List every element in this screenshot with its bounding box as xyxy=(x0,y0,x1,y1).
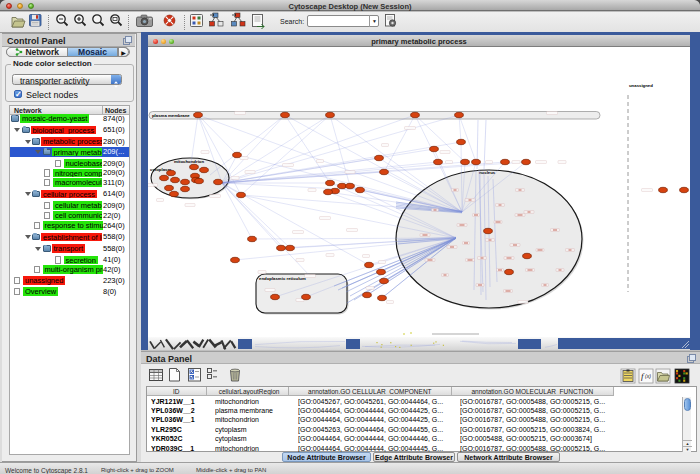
svg-text:nucleus: nucleus xyxy=(479,170,496,175)
svg-text:mitochondrion: mitochondrion xyxy=(174,159,204,164)
svg-text:plasma membrane: plasma membrane xyxy=(152,113,190,118)
svg-text:endoplasmic reticulum: endoplasmic reticulum xyxy=(259,276,306,281)
svg-text:(x): (x) xyxy=(645,373,651,379)
svg-text:unassigned: unassigned xyxy=(629,83,653,88)
